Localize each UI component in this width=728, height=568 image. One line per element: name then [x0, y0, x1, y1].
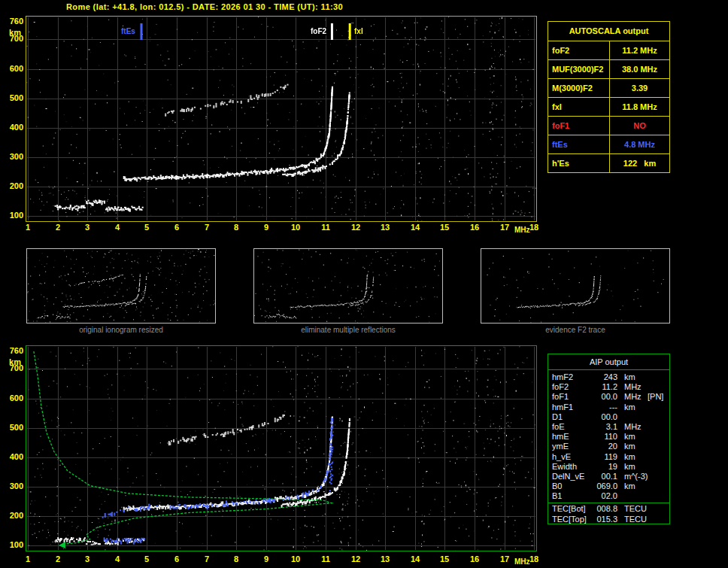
aip-row-fof1: foF100.0MHz[PN] — [548, 392, 669, 402]
aip-param-extra — [648, 412, 669, 422]
param-value: 122 km — [610, 159, 669, 168]
aip-row-hve: h_vE119km — [548, 452, 669, 462]
aip-param-extra — [648, 491, 669, 501]
autoscala-app-window: Rome (lat: +41.8, lon: 012.5) - DATE: 20… — [0, 0, 728, 568]
aip-row-fof2: foF211.2MHz — [548, 382, 669, 392]
aip-param-unit: m^(-3) — [617, 472, 648, 481]
aip-param-label: hmF2 — [548, 372, 592, 382]
aip-param-extra — [648, 452, 669, 462]
aip-param-extra — [648, 462, 669, 472]
autoscala-row-muf3000f2: MUF(3000)F2 38.0 MHz — [548, 59, 669, 78]
param-label: MUF(3000)F2 — [548, 60, 610, 78]
aip-param-label: TEC[Top] — [548, 515, 592, 524]
aip-output-panel: AIP output hmF2243km foF211.2MHz foF100.… — [548, 354, 670, 524]
y-tick-label: 300 — [3, 152, 23, 161]
y-tick-label: 500 — [3, 93, 23, 102]
aip-param-value: 008.8 — [592, 504, 617, 514]
thumbnail-caption: original ionogram resized — [26, 326, 216, 334]
aip-param-value: --- — [592, 402, 617, 412]
aip-param-value: 119 — [592, 452, 617, 462]
aip-param-value: 00.0 — [592, 412, 617, 422]
autoscala-row-fxi: fxI 11.8 MHz — [548, 97, 669, 116]
aip-param-extra — [648, 422, 669, 432]
autoscala-row-m3000f2: M(3000)F2 3.39 — [548, 78, 669, 97]
thumbnail-canvas — [481, 249, 669, 323]
aip-param-value: 20 — [592, 442, 617, 451]
autoscala-output-panel: AUTOSCALA output foF2 11.2 MHz MUF(3000)… — [548, 21, 670, 173]
aip-param-unit: MHz — [617, 392, 648, 402]
aip-panel-title: AIP output — [548, 354, 669, 370]
page-title: Rome (lat: +41.8, lon: 012.5) - DATE: 20… — [66, 2, 343, 11]
x-tick-label: 1 — [20, 554, 35, 563]
x-tick-label: 15 — [437, 554, 452, 563]
aip-param-label: ymE — [548, 442, 592, 451]
thumbnail-f2-trace — [481, 248, 670, 323]
x-tick-label: 2 — [50, 223, 65, 232]
aip-row-tec-top: TEC[Top]015.3TECU — [548, 515, 669, 524]
x-tick-label: 13 — [378, 554, 393, 563]
ftes-marker-label: ftEs — [120, 27, 136, 35]
aip-param-extra — [648, 402, 669, 412]
x-tick-label: 10 — [288, 223, 303, 232]
aip-param-unit: km — [617, 442, 648, 451]
x-tick-label: 6 — [169, 223, 184, 232]
aip-param-label: TEC[Bot] — [548, 504, 592, 514]
param-value: 11.8 MHz — [610, 102, 669, 111]
aip-param-label: foF2 — [548, 382, 592, 392]
aip-param-label: hmE — [548, 432, 592, 442]
y-tick-label: 760 — [3, 17, 23, 26]
aip-param-unit: MHz — [617, 382, 648, 392]
aip-param-value: 11.2 — [592, 382, 617, 392]
y-tick-label: 200 — [3, 181, 23, 190]
y-tick-label: 600 — [3, 393, 23, 402]
y-tick-label: 300 — [3, 481, 23, 491]
x-tick-label: 14 — [408, 554, 423, 563]
aip-param-value: 02.0 — [592, 491, 617, 501]
x-tick-label: 2 — [50, 554, 65, 563]
param-label: h'Es — [548, 154, 610, 172]
aip-param-value: 00.1 — [592, 472, 617, 481]
x-tick-label: 5 — [139, 554, 154, 563]
aip-row-hmf2: hmF2243km — [548, 372, 669, 382]
thumbnail-canvas — [254, 249, 442, 323]
x-tick-label: 7 — [199, 554, 214, 563]
aip-param-label: Ewidth — [548, 462, 592, 472]
top-ionogram-plot — [26, 16, 537, 222]
aip-row-foe: foE3.1MHz — [548, 422, 669, 432]
param-label: foF1 — [548, 117, 610, 135]
x-tick-label: 12 — [348, 223, 363, 232]
aip-param-extra — [648, 382, 669, 392]
x-tick-label: 14 — [408, 223, 423, 232]
param-label: ftEs — [548, 135, 610, 153]
fxi-marker-label: fxI — [353, 27, 364, 35]
aip-param-value: 069.0 — [592, 481, 617, 491]
aip-param-label: DelN_vE — [548, 472, 592, 481]
x-tick-label: 17 — [497, 223, 512, 232]
autoscala-row-fof1: foF1 NO — [548, 116, 669, 135]
aip-param-unit: TECU — [617, 504, 648, 514]
aip-param-extra — [648, 442, 669, 451]
aip-param-extra: [PN] — [648, 392, 669, 402]
autoscala-row-ftes: ftEs 4.8 MHz — [548, 135, 669, 153]
aip-param-label: foE — [548, 422, 592, 432]
thumbnail-caption: evidence F2 trace — [481, 326, 670, 334]
aip-param-value: 015.3 — [592, 515, 617, 524]
aip-param-extra — [648, 481, 669, 491]
aip-row-b0: B0069.0km — [548, 481, 669, 491]
aip-param-value: 110 — [592, 432, 617, 442]
x-tick-label: 10 — [288, 554, 303, 563]
aip-row-ewidth: Ewidth19km — [548, 462, 669, 472]
y-tick-label: 760 — [3, 346, 23, 355]
aip-param-label: B1 — [548, 491, 592, 501]
autoscala-panel-title: AUTOSCALA output — [548, 22, 669, 41]
y-tick-label: 200 — [3, 511, 23, 520]
aip-param-label: h_vE — [548, 452, 592, 462]
x-tick-label: 3 — [80, 223, 95, 232]
aip-param-value: 243 — [592, 372, 617, 382]
autoscala-row-hes: h'Es 122 km — [548, 153, 669, 172]
aip-param-extra — [648, 472, 669, 481]
bottom-restored-ionogram-plot — [26, 345, 537, 551]
param-value: 38.0 MHz — [610, 65, 669, 74]
aip-param-label: hmF1 — [548, 402, 592, 412]
aip-row-tec-bot: TEC[Bot]008.8TECU — [548, 504, 669, 514]
